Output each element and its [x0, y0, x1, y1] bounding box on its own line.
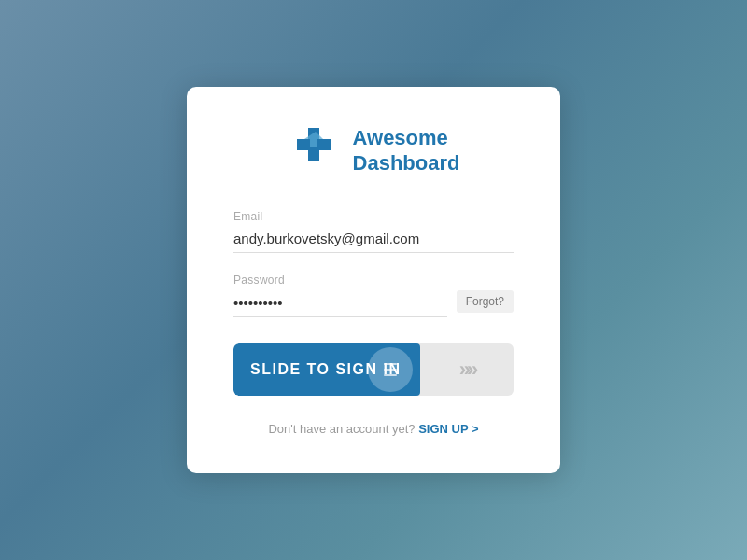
email-input[interactable]: [233, 227, 514, 253]
slide-blue-track: SLIDE to SIGN IN: [233, 343, 420, 396]
slide-signin-container[interactable]: SLIDE to SIGN IN »»: [233, 343, 514, 396]
slide-line-1: [384, 363, 397, 365]
app-logo-icon: [288, 124, 340, 176]
slide-handle[interactable]: [368, 347, 413, 392]
slide-right-area: »»: [420, 357, 514, 382]
password-input[interactable]: [233, 291, 447, 317]
password-group: Password Forgot?: [233, 273, 514, 317]
forgot-button[interactable]: Forgot?: [457, 290, 514, 313]
signup-link[interactable]: SIGN UP >: [418, 422, 478, 436]
login-card: Awesome Dashboard Email Password Forgot?…: [187, 87, 560, 473]
password-label: Password: [233, 273, 514, 287]
slide-line-3: [384, 374, 397, 376]
slide-lines-icon: [384, 363, 397, 376]
email-label: Email: [233, 210, 514, 223]
signup-text: Don't have an account yet?: [268, 422, 415, 436]
chevrons-icon: »»: [459, 357, 474, 382]
password-row: Forgot?: [233, 290, 514, 317]
logo-area: Awesome Dashboard: [233, 124, 514, 176]
app-title: Awesome Dashboard: [353, 125, 460, 176]
slide-line-2: [384, 369, 397, 371]
email-group: Email: [233, 210, 514, 253]
signup-row: Don't have an account yet? SIGN UP >: [233, 422, 514, 436]
